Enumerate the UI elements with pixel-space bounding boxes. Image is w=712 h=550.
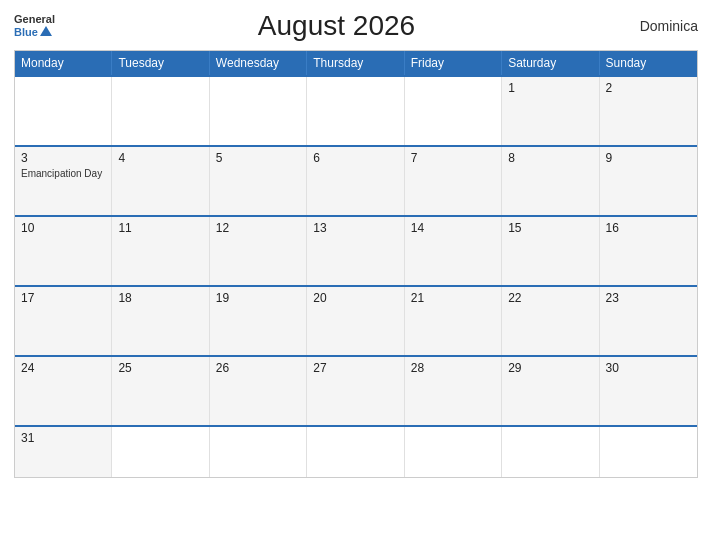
date-number: 5	[216, 151, 300, 165]
calendar-body: 123Emancipation Day456789101112131415161…	[15, 75, 697, 477]
calendar-cell-w1-d1	[15, 77, 112, 145]
week-row-3: 10111213141516	[15, 215, 697, 285]
calendar-cell-w2-d5: 7	[405, 147, 502, 215]
date-number: 28	[411, 361, 495, 375]
day-header-sun: Sunday	[600, 51, 697, 75]
day-header-thu: Thursday	[307, 51, 404, 75]
day-header-sat: Saturday	[502, 51, 599, 75]
calendar-cell-w6-d3	[210, 427, 307, 477]
calendar-cell-w2-d6: 8	[502, 147, 599, 215]
date-number: 7	[411, 151, 495, 165]
date-number: 18	[118, 291, 202, 305]
date-number: 10	[21, 221, 105, 235]
day-header-wed: Wednesday	[210, 51, 307, 75]
country-label: Dominica	[618, 18, 698, 34]
month-title: August 2026	[55, 10, 618, 42]
calendar-cell-w2-d7: 9	[600, 147, 697, 215]
calendar-cell-w1-d7: 2	[600, 77, 697, 145]
calendar-cell-w1-d2	[112, 77, 209, 145]
calendar-cell-w4-d2: 18	[112, 287, 209, 355]
date-number: 2	[606, 81, 691, 95]
calendar-cell-w5-d4: 27	[307, 357, 404, 425]
date-number: 30	[606, 361, 691, 375]
calendar-cell-w6-d5	[405, 427, 502, 477]
date-number: 15	[508, 221, 592, 235]
day-header-tue: Tuesday	[112, 51, 209, 75]
svg-marker-0	[40, 26, 52, 36]
calendar-cell-w5-d6: 29	[502, 357, 599, 425]
date-number: 13	[313, 221, 397, 235]
calendar-cell-w5-d7: 30	[600, 357, 697, 425]
calendar-cell-w3-d1: 10	[15, 217, 112, 285]
calendar-cell-w4-d3: 19	[210, 287, 307, 355]
calendar-cell-w6-d2	[112, 427, 209, 477]
calendar-cell-w5-d5: 28	[405, 357, 502, 425]
calendar-cell-w1-d5	[405, 77, 502, 145]
holiday-label: Emancipation Day	[21, 167, 105, 180]
calendar-cell-w6-d4	[307, 427, 404, 477]
date-number: 17	[21, 291, 105, 305]
calendar-cell-w2-d4: 6	[307, 147, 404, 215]
date-number: 11	[118, 221, 202, 235]
date-number: 19	[216, 291, 300, 305]
week-row-6: 31	[15, 425, 697, 477]
calendar-cell-w3-d2: 11	[112, 217, 209, 285]
date-number: 29	[508, 361, 592, 375]
logo-triangle-icon	[40, 26, 52, 36]
date-number: 31	[21, 431, 105, 445]
date-number: 6	[313, 151, 397, 165]
date-number: 20	[313, 291, 397, 305]
calendar-cell-w3-d6: 15	[502, 217, 599, 285]
calendar-cell-w2-d3: 5	[210, 147, 307, 215]
date-number: 26	[216, 361, 300, 375]
calendar-cell-w4-d5: 21	[405, 287, 502, 355]
header: General Blue August 2026 Dominica	[14, 10, 698, 42]
calendar-cell-w3-d3: 12	[210, 217, 307, 285]
week-row-5: 24252627282930	[15, 355, 697, 425]
calendar-cell-w4-d1: 17	[15, 287, 112, 355]
calendar-cell-w1-d3	[210, 77, 307, 145]
day-header-fri: Friday	[405, 51, 502, 75]
date-number: 21	[411, 291, 495, 305]
logo-general-text: General Blue	[14, 13, 55, 39]
date-number: 22	[508, 291, 592, 305]
date-number: 14	[411, 221, 495, 235]
calendar-cell-w6-d7	[600, 427, 697, 477]
week-row-2: 3Emancipation Day456789	[15, 145, 697, 215]
date-number: 4	[118, 151, 202, 165]
calendar-cell-w3-d7: 16	[600, 217, 697, 285]
calendar-cell-w5-d3: 26	[210, 357, 307, 425]
calendar-cell-w6-d6	[502, 427, 599, 477]
calendar-page: General Blue August 2026 Dominica Monday…	[0, 0, 712, 550]
date-number: 12	[216, 221, 300, 235]
calendar-cell-w3-d4: 13	[307, 217, 404, 285]
calendar-cell-w4-d4: 20	[307, 287, 404, 355]
day-headers-row: Monday Tuesday Wednesday Thursday Friday…	[15, 51, 697, 75]
calendar-cell-w2-d2: 4	[112, 147, 209, 215]
date-number: 16	[606, 221, 691, 235]
week-row-4: 17181920212223	[15, 285, 697, 355]
calendar-cell-w4-d6: 22	[502, 287, 599, 355]
date-number: 24	[21, 361, 105, 375]
calendar-cell-w2-d1: 3Emancipation Day	[15, 147, 112, 215]
logo: General Blue	[14, 13, 55, 39]
calendar-cell-w1-d4	[307, 77, 404, 145]
date-number: 23	[606, 291, 691, 305]
date-number: 3	[21, 151, 105, 165]
calendar-cell-w1-d6: 1	[502, 77, 599, 145]
date-number: 9	[606, 151, 691, 165]
week-row-1: 12	[15, 75, 697, 145]
calendar-cell-w5-d2: 25	[112, 357, 209, 425]
day-header-mon: Monday	[15, 51, 112, 75]
calendar-cell-w4-d7: 23	[600, 287, 697, 355]
calendar-cell-w6-d1: 31	[15, 427, 112, 477]
calendar-cell-w5-d1: 24	[15, 357, 112, 425]
date-number: 8	[508, 151, 592, 165]
date-number: 1	[508, 81, 592, 95]
calendar: Monday Tuesday Wednesday Thursday Friday…	[14, 50, 698, 478]
date-number: 25	[118, 361, 202, 375]
date-number: 27	[313, 361, 397, 375]
calendar-cell-w3-d5: 14	[405, 217, 502, 285]
